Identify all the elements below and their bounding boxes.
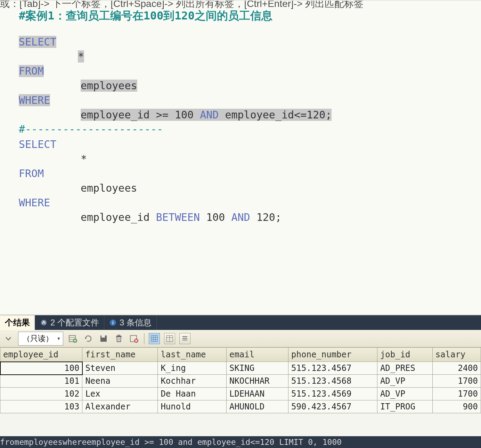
cancel-icon[interactable] bbox=[129, 333, 140, 344]
cell[interactable]: 1700 bbox=[432, 388, 481, 400]
cell[interactable]: 590.423.4567 bbox=[288, 400, 377, 413]
cell[interactable]: De Haan bbox=[158, 388, 227, 400]
table-row[interactable]: 101 Neena Kochhar NKOCHHAR 515.123.4568 … bbox=[0, 375, 481, 388]
keyword-and: AND bbox=[200, 109, 219, 121]
table-row[interactable]: 102 Lex De Haan LDEHAAN 515.123.4569 AD_… bbox=[0, 388, 481, 400]
cell[interactable]: Steven bbox=[82, 362, 158, 375]
cell[interactable]: 102 bbox=[0, 388, 82, 400]
add-row-icon[interactable] bbox=[67, 333, 79, 344]
condition-a: employee_id >= 100 bbox=[81, 109, 200, 121]
cell[interactable]: 515.123.4569 bbox=[288, 388, 377, 400]
mid-val: 100 bbox=[200, 211, 231, 223]
sql-block-1: SELECT * FROM employees WHERE employee_i… bbox=[19, 35, 332, 122]
table-row[interactable]: 100 Steven K_ing SKING 515.123.4567 AD_P… bbox=[0, 362, 481, 375]
cell[interactable]: NKOCHHAR bbox=[226, 375, 288, 388]
tab-messages[interactable]: i 3 条信息 bbox=[104, 315, 157, 330]
readonly-dropdown[interactable]: （只读） bbox=[18, 332, 63, 346]
cell[interactable]: 100 bbox=[0, 362, 82, 375]
condition-pre: employee_id bbox=[81, 211, 156, 223]
sql-block-2: SELECT * FROM employees WHERE employee_i… bbox=[19, 137, 282, 225]
grid-view-icon[interactable] bbox=[149, 333, 160, 344]
cell[interactable]: 900 bbox=[432, 400, 481, 413]
col-email[interactable]: email bbox=[226, 348, 288, 362]
comment-line: #案例1：查询员工编号在100到120之间的员工信息 bbox=[19, 8, 272, 24]
cell[interactable]: AHUNOLD bbox=[226, 400, 288, 413]
save-icon[interactable] bbox=[98, 333, 109, 344]
refresh-icon[interactable] bbox=[83, 333, 94, 344]
cell[interactable]: Neena bbox=[82, 375, 158, 388]
cell[interactable]: 515.123.4568 bbox=[288, 375, 377, 388]
svg-text:i: i bbox=[112, 320, 114, 325]
col-first-name[interactable]: first_name bbox=[82, 348, 158, 362]
condition-b: employee_id<=120; bbox=[219, 109, 332, 121]
results-toolbar: （只读） bbox=[0, 330, 481, 347]
text-view-icon[interactable] bbox=[179, 333, 190, 344]
col-salary[interactable]: salary bbox=[432, 348, 481, 362]
col-phone[interactable]: phone_number bbox=[288, 348, 377, 362]
sql-editor[interactable]: 或：[Tab]-> 下一个标签，[Ctrl+Space]-> 列出所有标签，[C… bbox=[0, 0, 481, 315]
profile-icon bbox=[40, 319, 48, 326]
table-row[interactable]: 103 Alexander Hunold AHUNOLD 590.423.456… bbox=[0, 400, 481, 413]
col-employee-id[interactable]: employee_id bbox=[0, 348, 82, 362]
info-icon: i bbox=[109, 319, 117, 326]
results-tabs: 个结果 2 个配置文件 i 3 条信息 bbox=[0, 315, 481, 330]
keyword-where: WHERE bbox=[19, 197, 50, 209]
end-val: 120; bbox=[250, 211, 282, 223]
tab-label: 2 个配置文件 bbox=[50, 317, 99, 328]
keyword-where: WHERE bbox=[19, 94, 50, 106]
cell[interactable]: 103 bbox=[0, 400, 82, 413]
cell[interactable]: LDEHAAN bbox=[226, 388, 288, 400]
cell[interactable]: Kochhar bbox=[158, 375, 227, 388]
tab-results[interactable]: 个结果 bbox=[0, 315, 35, 330]
keyword-select: SELECT bbox=[19, 36, 56, 48]
toolbar-separator bbox=[144, 333, 145, 344]
cell[interactable]: AD_VP bbox=[377, 388, 432, 400]
keyword-between: BETWEEN bbox=[156, 211, 200, 223]
svg-rect-11 bbox=[151, 335, 157, 342]
keyword-from: FROM bbox=[19, 65, 44, 77]
col-job-id[interactable]: job_id bbox=[377, 348, 432, 362]
readonly-label: （只读） bbox=[23, 334, 53, 343]
header-row: employee_id first_name last_name email p… bbox=[0, 348, 481, 362]
star-token: * bbox=[81, 153, 87, 165]
star-token: * bbox=[78, 50, 84, 63]
keyword-select: SELECT bbox=[19, 138, 56, 150]
cell[interactable]: K_ing bbox=[158, 362, 227, 375]
cell[interactable]: 1700 bbox=[432, 375, 481, 388]
tab-label: 个结果 bbox=[5, 317, 30, 328]
cell[interactable]: Alexander bbox=[82, 400, 158, 413]
cell[interactable]: Hunold bbox=[158, 400, 227, 413]
divider-comment: #---------------------- bbox=[19, 123, 163, 135]
status-bar: fromemployeeswhereemployee_id >= 100 and… bbox=[0, 436, 481, 448]
form-view-icon[interactable] bbox=[164, 333, 175, 344]
cell[interactable]: 515.123.4567 bbox=[288, 362, 377, 375]
cell[interactable]: IT_PROG bbox=[377, 400, 432, 413]
cell[interactable]: AD_PRES bbox=[377, 362, 432, 375]
keyword-and: AND bbox=[231, 211, 250, 223]
results-grid[interactable]: employee_id first_name last_name email p… bbox=[0, 347, 481, 413]
keyword-from: FROM bbox=[19, 167, 44, 180]
tab-label: 3 条信息 bbox=[120, 317, 152, 328]
table-name: employees bbox=[81, 80, 137, 92]
dropdown-icon[interactable] bbox=[3, 333, 14, 344]
col-last-name[interactable]: last_name bbox=[158, 348, 227, 362]
cell[interactable]: SKING bbox=[226, 362, 288, 375]
delete-icon[interactable] bbox=[113, 333, 124, 344]
table-name: employees bbox=[81, 182, 137, 194]
cell[interactable]: 101 bbox=[0, 375, 82, 388]
cell[interactable]: 2400 bbox=[432, 362, 481, 375]
cell[interactable]: Lex bbox=[82, 388, 158, 400]
tab-profiles[interactable]: 2 个配置文件 bbox=[35, 315, 104, 330]
cell[interactable]: AD_VP bbox=[377, 375, 432, 388]
